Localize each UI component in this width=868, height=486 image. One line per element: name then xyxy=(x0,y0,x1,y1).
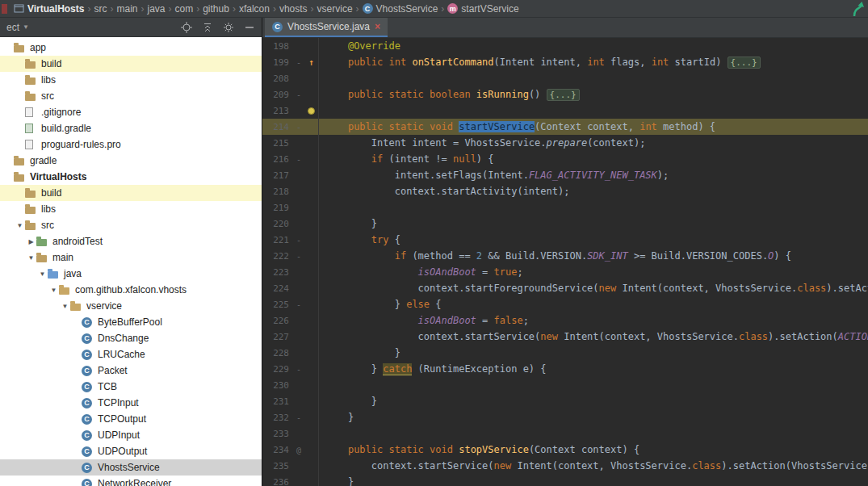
tree-item--gitignore[interactable]: .gitignore xyxy=(0,104,262,120)
line-number[interactable]: 214 xyxy=(262,122,293,132)
fold-marker[interactable]: - xyxy=(293,413,304,422)
code-line-225[interactable]: 225- } else { xyxy=(262,296,868,312)
code-line-232[interactable]: 232- } xyxy=(262,409,868,425)
tree-expand-arrow[interactable]: ▶ xyxy=(26,238,36,245)
override-marker-icon[interactable]: ↑ xyxy=(308,57,314,68)
tree-item-virtualhosts[interactable]: VirtualHosts xyxy=(0,169,262,185)
line-number[interactable]: 225 xyxy=(262,300,293,310)
breadcrumb-item-vservice[interactable]: vservice xyxy=(316,3,354,15)
fold-marker[interactable]: - xyxy=(293,155,304,164)
fold-marker[interactable]: - xyxy=(293,90,304,99)
line-number[interactable]: 230 xyxy=(262,380,293,391)
code-line-218[interactable]: 218 context.startActivity(intent); xyxy=(262,183,868,199)
fold-marker[interactable]: - xyxy=(293,252,304,261)
fold-marker[interactable]: - xyxy=(293,300,304,309)
line-number[interactable]: 223 xyxy=(262,267,293,278)
breadcrumb-item-src[interactable]: src xyxy=(92,3,108,15)
line-number[interactable]: 208 xyxy=(262,73,293,84)
breadcrumb-item-java[interactable]: java xyxy=(145,3,166,15)
code-line-217[interactable]: 217 intent.setFlags(Intent.FLAG_ACTIVITY… xyxy=(262,167,868,183)
code-line-198[interactable]: 198 @Override xyxy=(262,38,868,54)
tree-item-gradle[interactable]: gradle xyxy=(0,153,262,169)
settings-gear-icon[interactable] xyxy=(223,22,234,33)
code-line-228[interactable]: 228 } xyxy=(262,345,868,361)
fold-marker[interactable]: - xyxy=(293,365,304,374)
line-number[interactable]: 221 xyxy=(262,235,293,245)
code-line-227[interactable]: 227 context.startService(new Intent(cont… xyxy=(262,329,868,345)
tree-item-src[interactable]: src xyxy=(0,88,262,104)
tree-item-build[interactable]: build xyxy=(0,56,262,72)
code-line-236[interactable]: 236 } xyxy=(262,474,868,486)
tree-item-tcpoutput[interactable]: CTCPOutput xyxy=(0,411,262,427)
code-line-230[interactable]: 230 xyxy=(262,377,868,393)
code-line-226[interactable]: 226 isOAndBoot = false; xyxy=(262,312,868,329)
line-number[interactable]: 216 xyxy=(262,154,293,165)
code-line-221[interactable]: 221- try { xyxy=(262,232,868,248)
line-number[interactable]: 224 xyxy=(262,283,293,294)
code-line-213[interactable]: 213 xyxy=(262,103,868,119)
line-number[interactable]: 217 xyxy=(262,170,293,181)
intention-bulb-icon[interactable] xyxy=(308,107,315,115)
tree-item-src[interactable]: ▼src xyxy=(0,217,262,233)
code-line-220[interactable]: 220 } xyxy=(262,216,868,232)
code-line-215[interactable]: 215 Intent intent = VhostsService.prepar… xyxy=(262,135,868,151)
hide-panel-icon[interactable] xyxy=(244,22,255,33)
code-line-234[interactable]: 234@ public static void stopVService(Con… xyxy=(262,442,868,458)
code-line-219[interactable]: 219 xyxy=(262,199,868,216)
code-line-208[interactable]: 208 xyxy=(262,70,868,86)
tree-item-tcb[interactable]: CTCB xyxy=(0,379,262,395)
code-area[interactable]: 198 @Override199-↑ public int onStartCom… xyxy=(262,38,868,486)
tree-item-app[interactable]: app xyxy=(0,40,262,56)
tree-item-proguard-rules-pro[interactable]: proguard-rules.pro xyxy=(0,136,262,153)
code-line-224[interactable]: 224 context.startForegroundService(new I… xyxy=(262,280,868,296)
line-number[interactable]: 199 xyxy=(262,57,293,68)
tree-expand-arrow[interactable]: ▼ xyxy=(37,270,48,278)
tree-item-udpinput[interactable]: CUDPInput xyxy=(0,427,262,443)
breadcrumb-item-startvservice[interactable]: mstartVService xyxy=(446,3,520,15)
line-number[interactable]: 218 xyxy=(262,186,293,197)
code-line-229[interactable]: 229- } catch (RuntimeException e) { xyxy=(262,361,868,377)
tree-expand-arrow[interactable]: ▼ xyxy=(48,287,59,294)
tree-item-networkreceiver[interactable]: CNetworkReceiver xyxy=(0,476,262,486)
code-line-222[interactable]: 222- if (method == 2 && Build.VERSION.SD… xyxy=(262,248,868,264)
fold-marker[interactable]: - xyxy=(293,236,304,245)
tree-item-build-gradle[interactable]: build.gradle xyxy=(0,120,262,136)
line-number[interactable]: 220 xyxy=(262,219,293,229)
locate-icon[interactable] xyxy=(181,22,192,33)
code-line-199[interactable]: 199-↑ public int onStartCommand(Intent i… xyxy=(262,54,868,70)
code-line-209[interactable]: 209- public static boolean isRunning() {… xyxy=(262,86,868,103)
line-number[interactable]: 229 xyxy=(262,364,293,375)
line-number[interactable]: 234 xyxy=(262,445,293,455)
code-line-223[interactable]: 223 isOAndBoot = true; xyxy=(262,264,868,280)
line-number[interactable]: 213 xyxy=(262,106,293,116)
line-number[interactable]: 226 xyxy=(262,316,293,326)
tree-expand-arrow[interactable]: ▼ xyxy=(60,303,70,310)
chevron-down-icon[interactable]: ▼ xyxy=(23,23,29,31)
line-number[interactable]: 209 xyxy=(262,90,293,100)
line-number[interactable]: 198 xyxy=(262,41,293,52)
breadcrumb-item-vhosts[interactable]: vhosts xyxy=(278,3,309,15)
fold-marker[interactable]: - xyxy=(293,123,304,132)
breadcrumb-item-com[interactable]: com xyxy=(174,3,195,15)
tree-item-tcpinput[interactable]: CTCPInput xyxy=(0,395,262,411)
navigate-arrow-icon[interactable] xyxy=(851,1,866,19)
line-number[interactable]: 232 xyxy=(262,413,293,423)
line-number[interactable]: 231 xyxy=(262,396,293,407)
tree-item-main[interactable]: ▼main xyxy=(0,249,262,266)
code-line-214[interactable]: 214- public static void startVService(Co… xyxy=(262,119,868,135)
code-line-231[interactable]: 231 } xyxy=(262,393,868,409)
fold-marker[interactable]: - xyxy=(293,58,304,67)
tree-item-lrucache[interactable]: CLRUCache xyxy=(0,346,262,362)
tree-item-build[interactable]: build xyxy=(0,185,262,201)
tree-item-packet[interactable]: CPacket xyxy=(0,362,262,379)
code-line-233[interactable]: 233 xyxy=(262,425,868,442)
breadcrumb-item-xfalcon[interactable]: xfalcon xyxy=(237,3,271,15)
line-number[interactable]: 228 xyxy=(262,348,293,358)
line-number[interactable]: 235 xyxy=(262,461,293,471)
code-line-235[interactable]: 235 context.startService(new Intent(cont… xyxy=(262,458,868,474)
tree-item-dnschange[interactable]: CDnsChange xyxy=(0,330,262,346)
line-number[interactable]: 215 xyxy=(262,138,293,149)
fold-marker[interactable]: @ xyxy=(293,446,304,455)
breadcrumb-item-virtualhosts[interactable]: VirtualHosts xyxy=(12,3,86,15)
collapse-all-icon[interactable] xyxy=(202,22,213,33)
